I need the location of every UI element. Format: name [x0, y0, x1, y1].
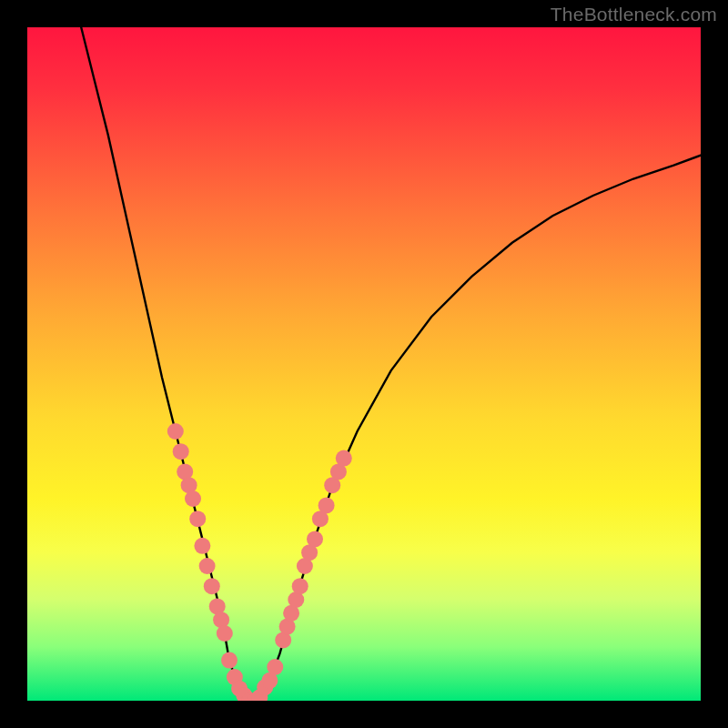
bottleneck-curve	[27, 27, 701, 701]
highlight-dot	[217, 625, 233, 642]
highlight-dot	[173, 443, 189, 460]
highlight-dot	[318, 497, 335, 513]
highlight-dot	[185, 490, 201, 507]
highlight-dot	[199, 558, 216, 574]
chart-frame: TheBottleneck.com	[0, 0, 728, 728]
watermark-text: TheBottleneck.com	[551, 4, 717, 25]
highlight-dot	[194, 538, 210, 554]
curve-path	[81, 27, 701, 701]
highlight-dot	[307, 531, 323, 547]
highlight-dot	[189, 511, 206, 527]
highlight-dot	[267, 659, 283, 675]
highlight-dot	[167, 423, 184, 440]
highlight-dot	[336, 450, 352, 467]
highlight-dot	[204, 578, 220, 594]
plot-area	[27, 27, 701, 701]
highlight-dot	[292, 578, 308, 594]
highlight-dot	[221, 652, 238, 669]
